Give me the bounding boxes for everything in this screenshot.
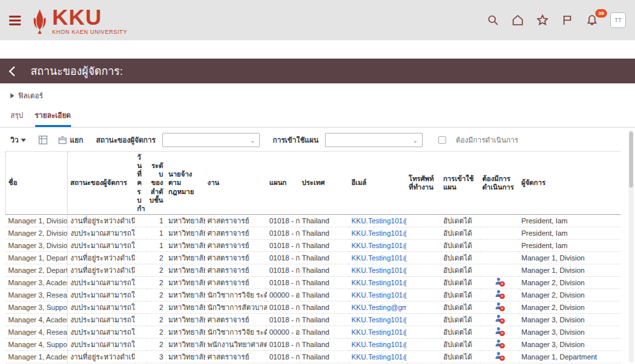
- freeze-columns-icon[interactable]: [38, 135, 48, 145]
- status-filter-label: สถานะของผู้จัดการ: [96, 134, 156, 146]
- cell-job: ศาสตราจารย์: [205, 350, 267, 363]
- table-row[interactable]: Manager 1, Academicงานที่อยู่ระหว่างดำเน…: [6, 350, 621, 363]
- column-header-action[interactable]: ต้องมีการดำเนินการ: [480, 152, 519, 215]
- plan-access-filter-select[interactable]: ⌄: [325, 133, 423, 147]
- cell-due: [135, 338, 147, 350]
- cell-status: งานที่อยู่ระหว่างดำเนินการ: [68, 214, 135, 227]
- detach-label: แยก: [70, 134, 83, 146]
- column-header-due[interactable]: วันที่ครบกำ: [135, 152, 147, 215]
- cell-plan: อัปเดตได้: [441, 214, 480, 227]
- column-header-country[interactable]: ประเทศ: [300, 152, 349, 215]
- cell-country: Thailand: [300, 239, 349, 251]
- detach-button[interactable]: แยก: [58, 134, 83, 146]
- cell-plan: อัปเดตได้: [441, 288, 480, 301]
- cell-email[interactable]: KKU.Testing101@gm...: [349, 326, 406, 338]
- cell-country: Thailand: [300, 288, 349, 301]
- avatar[interactable]: TT: [610, 12, 626, 28]
- cell-name: Manager 1, Division: [6, 214, 68, 227]
- menu-icon[interactable]: [9, 14, 21, 27]
- cell-job: ศาสตราจารย์: [205, 239, 267, 251]
- column-header-manager[interactable]: ผู้จัดการ: [519, 152, 621, 215]
- column-header-job[interactable]: งาน: [205, 152, 267, 215]
- search-icon[interactable]: [487, 14, 500, 27]
- cell-name: Manager 3, Support: [6, 301, 68, 313]
- scrollbar-thumb[interactable]: [629, 132, 633, 188]
- cell-email[interactable]: KKU.Testing101@ga...: [349, 264, 406, 276]
- column-header-level[interactable]: ระดับของลำดับชั้น: [147, 152, 166, 215]
- column-header-dept[interactable]: แผนก: [267, 152, 300, 215]
- cell-email[interactable]: KKU.Testing101@gm...: [349, 276, 406, 288]
- filter-label: ฟิลเตอร์: [18, 90, 43, 102]
- cell-dept: 01018 - กองคลัง: [267, 214, 300, 227]
- kku-logo[interactable]: KKU KHON KAEN UNIVERSITY: [30, 6, 127, 35]
- table-toolbar: วิว แยก สถานะของผู้จัดการ ⌄ การเข้าใช้แผ…: [0, 128, 635, 151]
- column-header-name[interactable]: ชื่อ: [6, 152, 68, 215]
- cell-email[interactable]: KKU.Testing101@gm...: [349, 313, 406, 326]
- cell-email[interactable]: KKU.Testing101@gm...: [349, 350, 406, 363]
- cell-email[interactable]: KKU.Testing101@gm...: [349, 214, 406, 227]
- table-row[interactable]: Manager 3, Researchงบประมาณสามารถใช้ได้2…: [6, 288, 621, 301]
- cell-employer: มหาวิทยาลัยข...: [166, 326, 205, 338]
- cell-email[interactable]: KKU.Testing101@gm...: [349, 338, 406, 350]
- table-row[interactable]: Manager 4, Supportงบประมาณสามารถใช้ได้2ม…: [6, 338, 621, 350]
- view-menu-button[interactable]: วิว: [10, 134, 26, 146]
- cell-email[interactable]: KKU.Testing101@gm...: [349, 227, 406, 239]
- table-row[interactable]: Manager 4, Researchงบประมาณสามารถใช้ได้2…: [6, 326, 621, 338]
- global-header: KKU KHON KAEN UNIVERSITY 39 TT: [0, 0, 635, 40]
- column-header-plan[interactable]: การเข้าใช้แผน: [441, 152, 480, 215]
- filter-expander[interactable]: ฟิลเตอร์: [0, 83, 635, 104]
- cell-email[interactable]: KKU.Testing101@gm...: [349, 288, 406, 301]
- tab-summary[interactable]: สรุป: [10, 109, 23, 127]
- tab-details[interactable]: รายละเอียด: [35, 109, 71, 127]
- cell-email[interactable]: KKU.Testing101@gm...: [349, 239, 406, 251]
- cell-employer: มหาวิทยาลัยข...: [166, 313, 205, 326]
- cell-plan: อัปเดตได้: [441, 264, 480, 276]
- detach-icon: [58, 136, 67, 145]
- action-required-checkbox[interactable]: [438, 136, 446, 144]
- cell-due: [135, 313, 147, 326]
- column-header-email[interactable]: อีเมล์: [349, 152, 406, 215]
- table-row[interactable]: Manager 4, Academicงบประมาณสามารถใช้ได้2…: [6, 313, 621, 326]
- cell-manager: Manager 2, Division: [519, 301, 621, 313]
- vertical-scrollbar[interactable]: [628, 130, 634, 363]
- cell-phone: [406, 214, 441, 227]
- column-header-status[interactable]: สถานะของผู้จัดการ: [68, 152, 135, 215]
- cell-level: 2: [147, 326, 166, 338]
- table-row[interactable]: Manager 3, Supportงบประมาณสามารถใช้ได้2ม…: [6, 301, 621, 313]
- column-header-employer[interactable]: นายจ้างตามกฎหมาย: [166, 152, 205, 215]
- cell-phone: [406, 313, 441, 326]
- flag-icon[interactable]: [561, 14, 574, 27]
- table-row[interactable]: Manager 2, Departmentงานที่อยู่ระหว่างดำ…: [6, 264, 621, 276]
- back-icon[interactable]: [9, 66, 20, 76]
- header-spacer: [0, 40, 635, 59]
- cell-action: [480, 264, 519, 276]
- home-icon[interactable]: [511, 14, 524, 27]
- cell-level: 2: [147, 251, 166, 264]
- table-row[interactable]: Manager 1, Divisionงานที่อยู่ระหว่างดำเน…: [6, 214, 621, 227]
- notifications-bell-icon[interactable]: 39: [586, 14, 599, 27]
- status-filter-select[interactable]: ⌄: [162, 133, 260, 147]
- logo-tagline: KHON KAEN UNIVERSITY: [52, 29, 127, 35]
- cell-country: Thailand: [300, 326, 349, 338]
- table-row[interactable]: Manager 1, Departmentงานที่อยู่ระหว่างดำ…: [6, 251, 621, 264]
- cell-job: ศาสตราจารย์: [205, 276, 267, 288]
- cell-email[interactable]: KKU.Testing101@gm...: [349, 251, 406, 264]
- table-row[interactable]: Manager 3, Divisionงบประมาณสามารถใช้ได้1…: [6, 239, 621, 251]
- cell-status: งานที่อยู่ระหว่างดำเนินการ: [68, 350, 135, 363]
- favorites-star-icon[interactable]: [536, 14, 549, 27]
- table-row[interactable]: Manager 3, Academicงบประมาณสามารถใช้ได้2…: [6, 276, 621, 288]
- cell-country: Thailand: [300, 264, 349, 276]
- cell-status: งบประมาณสามารถใช้ได้: [68, 338, 135, 350]
- cell-status: งานที่อยู่ระหว่างดำเนินการ: [68, 264, 135, 276]
- cell-phone: [406, 288, 441, 301]
- cell-employer: มหาวิทยาลัยข...: [166, 264, 205, 276]
- cell-status: งบประมาณสามารถใช้ได้: [68, 227, 135, 239]
- cell-job: นักวิชาการวิจัย ระดับ 1: [205, 288, 267, 301]
- table-row[interactable]: Manager 2, Divisionงบประมาณสามารถใช้ได้1…: [6, 227, 621, 239]
- page-title: สถานะของผู้จัดการ:: [31, 63, 122, 79]
- cell-email[interactable]: KKU.Testing@gmail....: [349, 301, 406, 313]
- cell-dept: 01018 - กองคลัง: [267, 239, 300, 251]
- column-header-phone[interactable]: โทรศัพท์ที่ทำงาน: [406, 152, 441, 215]
- cell-due: [135, 288, 147, 301]
- cell-employer: มหาวิทยาลัยข...: [166, 214, 205, 227]
